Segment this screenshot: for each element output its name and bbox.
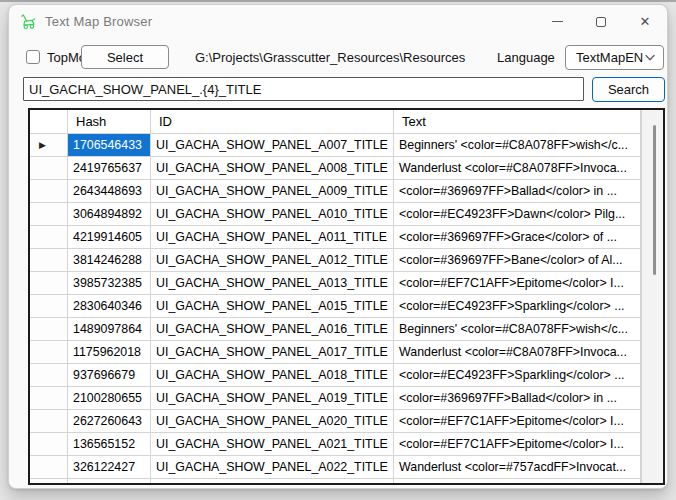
table-row[interactable]: 937696679 UI_GACHA_SHOW_PANEL_A018_TITLE… bbox=[30, 364, 641, 387]
topmost-checkbox[interactable] bbox=[26, 50, 40, 64]
cell-id[interactable]: UI_GACHA_SHOW_PANEL_A013_TITLE bbox=[151, 272, 394, 295]
cell-id[interactable]: UI_GACHA_SHOW_PANEL_A012_TITLE bbox=[151, 249, 394, 272]
row-select-arrow[interactable] bbox=[30, 226, 68, 249]
cell-id[interactable]: UI_GACHA_SHOW_PANEL_A015_TITLE bbox=[151, 295, 394, 318]
row-select-arrow[interactable] bbox=[30, 387, 68, 410]
grid-body: ▶ 1706546433 UI_GACHA_SHOW_PANEL_A007_TI… bbox=[30, 134, 641, 483]
row-select-arrow[interactable] bbox=[30, 433, 68, 456]
row-select-arrow[interactable] bbox=[30, 249, 68, 272]
cell-id[interactable]: UI_GACHA_SHOW_PANEL_A022_TITLE bbox=[151, 456, 394, 479]
cell-id[interactable]: UI_GACHA_SHOW_PANEL_A008_TITLE bbox=[151, 157, 394, 180]
table-row[interactable]: 1489097864 UI_GACHA_SHOW_PANEL_A016_TITL… bbox=[30, 318, 641, 341]
row-select-arrow[interactable] bbox=[30, 364, 68, 387]
cell-hash[interactable]: 1489097864 bbox=[68, 318, 151, 341]
cell-id[interactable]: UI_GACHA_SHOW_PANEL_A021_TITLE bbox=[151, 433, 394, 456]
cell-text[interactable]: <color=#369697FF>Bane</color> of Al... bbox=[394, 249, 641, 272]
title-bar[interactable]: Text Map Browser ✕ bbox=[9, 5, 667, 38]
vertical-scrollbar[interactable] bbox=[641, 110, 663, 483]
grid-header-id[interactable]: ID bbox=[151, 110, 394, 134]
cell-id[interactable]: UI_GACHA_SHOW_PANEL_A009_TITLE bbox=[151, 180, 394, 203]
toolbar: TopMost Select G:\Projects\Grasscutter_R… bbox=[9, 41, 667, 71]
close-button[interactable]: ✕ bbox=[623, 5, 667, 38]
cell-id[interactable]: UI_GACHA_SHOW_PANEL_A019_TITLE bbox=[151, 387, 394, 410]
cell-hash[interactable]: 2627260643 bbox=[68, 410, 151, 433]
cell-hash[interactable] bbox=[68, 479, 151, 483]
table-row[interactable]: 3064894892 UI_GACHA_SHOW_PANEL_A010_TITL… bbox=[30, 203, 641, 226]
row-select-arrow[interactable] bbox=[30, 295, 68, 318]
table-row[interactable]: 2100280655 UI_GACHA_SHOW_PANEL_A019_TITL… bbox=[30, 387, 641, 410]
cell-text[interactable]: <color=#EF7C1AFF>Epitome</color> I... bbox=[394, 433, 641, 456]
cell-id[interactable]: UI_GACHA_SHOW_PANEL_A018_TITLE bbox=[151, 364, 394, 387]
cell-id[interactable]: UI_GACHA_SHOW_PANEL_A007_TITLE bbox=[151, 134, 394, 157]
maximize-button[interactable] bbox=[579, 5, 623, 38]
cell-id[interactable]: UI_GACHA_SHOW_PANEL_A020_TITLE bbox=[151, 410, 394, 433]
language-dropdown[interactable]: TextMapEN bbox=[565, 45, 664, 70]
cell-hash[interactable]: 2100280655 bbox=[68, 387, 151, 410]
row-select-arrow[interactable] bbox=[30, 272, 68, 295]
cell-hash[interactable]: 2830640346 bbox=[68, 295, 151, 318]
search-button[interactable]: Search bbox=[592, 77, 665, 102]
row-select-arrow[interactable] bbox=[30, 203, 68, 226]
table-row[interactable]: 2830640346 UI_GACHA_SHOW_PANEL_A015_TITL… bbox=[30, 295, 641, 318]
select-button[interactable]: Select bbox=[81, 45, 169, 69]
minimize-button[interactable] bbox=[535, 5, 579, 38]
cell-id[interactable]: UI_GACHA_SHOW_PANEL_A010_TITLE bbox=[151, 203, 394, 226]
cell-hash[interactable]: 1706546433 bbox=[68, 134, 151, 157]
table-row[interactable]: 3985732385 UI_GACHA_SHOW_PANEL_A013_TITL… bbox=[30, 272, 641, 295]
grid-header-hash[interactable]: Hash bbox=[68, 110, 151, 134]
table-row[interactable]: 1175962018 UI_GACHA_SHOW_PANEL_A017_TITL… bbox=[30, 341, 641, 364]
search-input[interactable] bbox=[23, 77, 584, 101]
cell-text[interactable]: Wanderlust <color=#C8A078FF>Invoca... bbox=[394, 157, 641, 180]
cell-hash[interactable]: 3985732385 bbox=[68, 272, 151, 295]
cell-hash[interactable]: 1175962018 bbox=[68, 341, 151, 364]
cell-hash[interactable]: 3064894892 bbox=[68, 203, 151, 226]
table-row[interactable]: 3814246288 UI_GACHA_SHOW_PANEL_A012_TITL… bbox=[30, 249, 641, 272]
cell-text[interactable]: <color=#369697FF>Ballad</color> in ... bbox=[394, 387, 641, 410]
table-row[interactable]: <color=#... bbox=[30, 479, 641, 483]
screen-top-edge bbox=[0, 0, 676, 2]
row-select-arrow[interactable]: ▶ bbox=[30, 134, 68, 157]
cell-hash[interactable]: 4219914605 bbox=[68, 226, 151, 249]
table-row[interactable]: ▶ 1706546433 UI_GACHA_SHOW_PANEL_A007_TI… bbox=[30, 134, 641, 157]
cell-hash[interactable]: 326122427 bbox=[68, 456, 151, 479]
cell-id[interactable]: UI_GACHA_SHOW_PANEL_A017_TITLE bbox=[151, 341, 394, 364]
cell-id[interactable] bbox=[151, 479, 394, 483]
table-row[interactable]: 2643448693 UI_GACHA_SHOW_PANEL_A009_TITL… bbox=[30, 180, 641, 203]
row-select-arrow[interactable] bbox=[30, 318, 68, 341]
cell-hash[interactable]: 3814246288 bbox=[68, 249, 151, 272]
table-row[interactable]: 326122427 UI_GACHA_SHOW_PANEL_A022_TITLE… bbox=[30, 456, 641, 479]
row-select-arrow[interactable] bbox=[30, 180, 68, 203]
row-select-arrow[interactable] bbox=[30, 341, 68, 364]
cell-hash[interactable]: 136565152 bbox=[68, 433, 151, 456]
cell-text[interactable]: <color=#EC4923FF>Sparkling</color> ... bbox=[394, 364, 641, 387]
row-select-arrow[interactable] bbox=[30, 479, 68, 483]
scrollbar-thumb[interactable] bbox=[653, 125, 656, 275]
cell-text[interactable]: Beginners' <color=#C8A078FF>wish</c... bbox=[394, 134, 641, 157]
cell-text[interactable]: <color=#EC4923FF>Sparkling</color> ... bbox=[394, 295, 641, 318]
table-row[interactable]: 2419765637 UI_GACHA_SHOW_PANEL_A008_TITL… bbox=[30, 157, 641, 180]
grasscutter-lawnmower-icon bbox=[19, 13, 37, 31]
cell-text[interactable]: Wanderlust <color=#757acdFF>Invocat... bbox=[394, 456, 641, 479]
cell-hash[interactable]: 2419765637 bbox=[68, 157, 151, 180]
cell-id[interactable]: UI_GACHA_SHOW_PANEL_A016_TITLE bbox=[151, 318, 394, 341]
cell-text[interactable]: <color=#EF7C1AFF>Epitome</color> I... bbox=[394, 272, 641, 295]
cell-text[interactable]: <color=#369697FF>Ballad</color> in ... bbox=[394, 180, 641, 203]
cell-text[interactable]: <color=#EF7C1AFF>Epitome</color> I... bbox=[394, 410, 641, 433]
cell-text[interactable]: Beginners' <color=#C8A078FF>wish</c... bbox=[394, 318, 641, 341]
grid-header-text[interactable]: Text bbox=[394, 110, 641, 134]
table-row[interactable]: 4219914605 UI_GACHA_SHOW_PANEL_A011_TITL… bbox=[30, 226, 641, 249]
row-select-arrow[interactable] bbox=[30, 157, 68, 180]
cell-text[interactable]: <color=#... bbox=[394, 479, 641, 483]
row-select-arrow[interactable] bbox=[30, 456, 68, 479]
cell-text[interactable]: <color=#369697FF>Grace</color> of ... bbox=[394, 226, 641, 249]
cell-text[interactable]: <color=#EC4923FF>Dawn</color> Pilg... bbox=[394, 203, 641, 226]
row-select-arrow[interactable] bbox=[30, 410, 68, 433]
cell-id[interactable]: UI_GACHA_SHOW_PANEL_A011_TITLE bbox=[151, 226, 394, 249]
window-controls: ✕ bbox=[535, 5, 667, 38]
table-row[interactable]: 2627260643 UI_GACHA_SHOW_PANEL_A020_TITL… bbox=[30, 410, 641, 433]
cell-hash[interactable]: 937696679 bbox=[68, 364, 151, 387]
cell-text[interactable]: Wanderlust <color=#C8A078FF>Invoca... bbox=[394, 341, 641, 364]
cell-hash[interactable]: 2643448693 bbox=[68, 180, 151, 203]
chevron-down-icon bbox=[644, 54, 656, 62]
table-row[interactable]: 136565152 UI_GACHA_SHOW_PANEL_A021_TITLE… bbox=[30, 433, 641, 456]
